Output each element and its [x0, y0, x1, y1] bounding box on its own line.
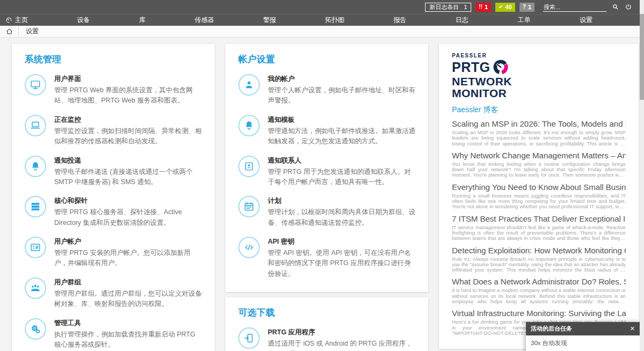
blog-entry[interactable]: Detecting Exploitation: How Network Moni…: [452, 246, 626, 273]
blog-entry-excerpt: Rule #1: Always Assume Breach An importa…: [452, 257, 626, 273]
nav-item-label: 工单: [517, 16, 530, 25]
home-icon[interactable]: [0, 28, 18, 35]
settings-item-title[interactable]: 计划: [268, 196, 415, 206]
blog-entry[interactable]: Everything You Need to Know About Small …: [452, 182, 626, 210]
user-group-icon: [25, 277, 46, 299]
alarm-badge[interactable]: !! 1: [475, 3, 491, 12]
blog-entry[interactable]: Scaling an MSP in 2026: The Tools, Model…: [452, 119, 626, 147]
nav-item[interactable]: 报告: [393, 16, 406, 25]
blog-entry-title[interactable]: Everything You Need to Know About Small …: [452, 182, 626, 192]
nav-item[interactable]: 设备: [77, 16, 90, 25]
nav-item[interactable]: 设置: [580, 16, 592, 25]
nav-item-label: 设置: [580, 16, 592, 25]
settings-item[interactable]: 计划 管理计划，以根据时间和周内具体日期为群组、设备、传感器和通知递送暂停监控。: [238, 196, 415, 228]
nav-item[interactable]: 库: [139, 16, 145, 25]
background-tasks-toast: 活动的后台任务 ✕ 30x 自动发现: [526, 322, 640, 351]
blog-entry-title[interactable]: 7 ITSM Best Practices That Deliver Excep…: [452, 214, 626, 224]
settings-item-title[interactable]: 通知联系人: [268, 156, 415, 165]
calendar-icon: [238, 196, 260, 217]
settings-item[interactable]: 正在监控 管理监控设置，例如扫描时间间隔、异常检测、相似和推荐的传感器检测和自动…: [25, 115, 202, 147]
unknown-badge[interactable]: ? 1: [519, 3, 535, 12]
settings-item-desc: 管理 PRTG 安装的用户帐户。您可以添加新用户，并编辑现有用户。: [54, 248, 202, 269]
blog-entry-title[interactable]: Virtual Infrastructure Monitoring: Survi…: [452, 309, 626, 318]
breadcrumb: 设置: [0, 26, 644, 38]
top-bar: 新日志条目 1 !! 1 ✔ 40 ? 1: [0, 0, 644, 14]
blog-entry[interactable]: 7 ITSM Best Practices That Deliver Excep…: [452, 214, 626, 242]
logout-power-icon[interactable]: [625, 3, 632, 11]
settings-item-title[interactable]: 通知投递: [54, 156, 202, 165]
settings-item-desc: 管理个人帐户设置，例如电子邮件地址、时区和有声警报。: [268, 85, 415, 106]
card-optional-downloads: 可选下载 PRTG 应用程序 通过适用于 iOS 或 Android 的 PRT…: [225, 297, 428, 351]
paessler-blog-link[interactable]: Paessler 博客: [452, 105, 626, 115]
nav-item[interactable]: 日志: [456, 16, 469, 25]
prtg-gauge-icon: [5, 17, 12, 24]
settings-item-title[interactable]: 用户界面: [54, 75, 202, 84]
settings-item[interactable]: 管理工具 执行管理操作，例如加载查找并重新启动 PRTG 核心服务器或探针。: [25, 318, 202, 350]
blog-entry-title[interactable]: Detecting Exploitation: How Network Moni…: [452, 246, 626, 255]
nav-item[interactable]: 警报: [263, 16, 276, 25]
settings-item-desc: 管理 PRTG 用于为您发送通知的通知联系人。对于每个用户帐户而言，通知具有唯一…: [268, 167, 415, 188]
settings-item-title[interactable]: 用户帐户: [54, 237, 202, 246]
code-icon: [238, 237, 260, 258]
person-icon: [238, 74, 260, 96]
vertical-scrollbar[interactable]: [640, 0, 644, 351]
nav-item-label: 传感器: [195, 16, 214, 25]
nav-item[interactable]: 主页: [5, 16, 28, 25]
server-icon: [25, 196, 46, 217]
search-icon[interactable]: [612, 3, 619, 11]
blog-entry-title[interactable]: Why Network Change Management Matters – …: [452, 151, 626, 160]
settings-item-title[interactable]: 正在监控: [54, 115, 202, 125]
scrollbar-thumb[interactable]: [640, 14, 644, 100]
settings-item-title[interactable]: API 密钥: [268, 237, 415, 246]
settings-item-desc: 管理通知方法，例如电子邮件或推送。如果激活通知触发器，定义为您发送通知的方式。: [268, 126, 415, 147]
settings-item[interactable]: 用户帐户 管理 PRTG 安装的用户帐户。您可以添加新用户，并编辑现有用户。: [25, 237, 202, 269]
settings-item-title[interactable]: PRTG 应用程序: [268, 328, 415, 337]
settings-item-desc: 执行管理操作，例如加载查找并重新启动 PRTG 核心服务器或探针。: [54, 330, 202, 350]
settings-item-desc: 管理计划，以根据时间和周内具体日期为群组、设备、传感器和通知递送暂停监控。: [268, 207, 415, 228]
settings-item-title[interactable]: 管理工具: [54, 319, 202, 328]
settings-item-title[interactable]: 通知模板: [268, 115, 415, 125]
blog-entry-excerpt: It is hard to imagine a modern company w…: [452, 288, 626, 304]
nav-item-label: 库: [139, 16, 145, 25]
settings-item[interactable]: 通知联系人 管理 PRTG 用于为您发送通知的通知联系人。对于每个用户帐户而言，…: [238, 156, 415, 188]
settings-item[interactable]: 用户群组 管理用户群组。通过用户群组，您可以定义对设备树对象、库、映射和报告的访…: [25, 277, 202, 310]
blog-entry-title[interactable]: Scaling an MSP in 2026: The Tools, Model…: [452, 119, 626, 129]
logo-paessler: PAESSLER: [452, 53, 626, 58]
blog-entry[interactable]: Why Network Change Management Matters – …: [452, 151, 626, 178]
settings-item[interactable]: 通知投递 管理电子邮件递送 (直接递送或通过一个或两个 SMTP 中继服务器) …: [25, 156, 202, 188]
alarm-icon: !!: [479, 4, 482, 10]
nav-item[interactable]: 工单: [517, 16, 530, 25]
settings-item-title[interactable]: 核心和探针: [54, 196, 202, 206]
settings-item-desc: 通过适用于 iOS 或 Android 的 PRTG 应用程序，从智能手机连接到…: [268, 339, 415, 351]
gears-icon: [25, 318, 46, 340]
settings-item[interactable]: 核心和探针 管理 PRTG 核心服务器、探针连接、Active Director…: [25, 196, 202, 228]
breadcrumb-current: 设置: [19, 27, 39, 36]
toast-body: 30x 自动发现: [526, 335, 640, 351]
nav-item-label: 日志: [456, 16, 469, 25]
logo-network: NETWORK: [452, 76, 626, 87]
blog-entry[interactable]: What Does a Network Administrator Do? Ro…: [452, 277, 626, 304]
nav-item[interactable]: 传感器: [195, 16, 214, 25]
settings-item-title[interactable]: 我的帐户: [268, 75, 415, 84]
blog-entry-excerpt: Running a small business means juggling …: [452, 193, 626, 210]
blog-entry-title[interactable]: What Does a Network Administrator Do? Ro…: [452, 277, 626, 287]
nav-item[interactable]: 拓扑图: [325, 16, 345, 25]
monitor-icon: [25, 74, 46, 96]
settings-item-desc: 管理 PRTG 核心服务器、探针连接、Active Directory 集成和历…: [54, 207, 202, 228]
settings-item[interactable]: 我的帐户 管理个人帐户设置，例如电子邮件地址、时区和有声警报。: [238, 74, 415, 106]
card-title: 帐户设置: [238, 53, 415, 65]
settings-item[interactable]: 通知模板 管理通知方法，例如电子邮件或推送。如果激活通知触发器，定义为您发送通知…: [238, 115, 415, 147]
prtg-gauge-logo-icon: [493, 59, 509, 75]
new-log-entries-label: 新日志条目: [429, 3, 459, 11]
search-input[interactable]: [543, 3, 606, 12]
new-log-entries-button[interactable]: 新日志条目 1: [425, 3, 471, 12]
close-icon[interactable]: ✕: [630, 326, 635, 332]
new-log-entries-count: 1: [464, 4, 467, 10]
ok-badge[interactable]: ✔ 40: [495, 3, 515, 12]
settings-item[interactable]: 用户界面 管理 PRTG Web 界面的系统设置，其中包含网站、地理地图、PRT…: [25, 74, 202, 106]
settings-item[interactable]: PRTG 应用程序 通过适用于 iOS 或 Android 的 PRTG 应用程…: [238, 327, 415, 351]
settings-item-title[interactable]: 用户群组: [54, 278, 202, 287]
laptop-icon: [25, 115, 46, 136]
toast-title: 活动的后台任务: [531, 325, 572, 333]
settings-item[interactable]: API 密钥 管理 API 密钥。使用 API 密钥，可在没有用户名和密码的情况…: [238, 237, 415, 279]
